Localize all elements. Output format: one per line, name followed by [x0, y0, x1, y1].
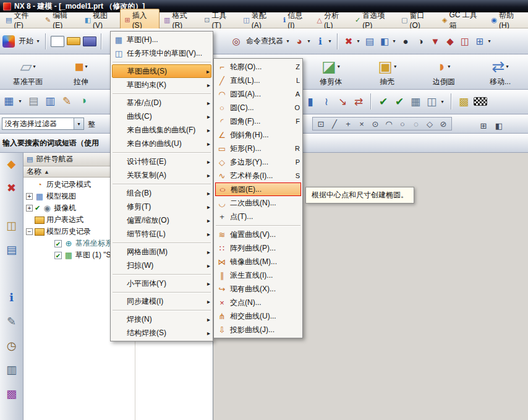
history-palette-icon[interactable]: ◷	[4, 338, 20, 353]
menu-item-offset-scale[interactable]: 偏置/缩放(O) ▸	[112, 213, 211, 227]
expand-toggle-icon[interactable]: +	[26, 193, 33, 200]
pen-icon[interactable]: ✎	[61, 93, 73, 108]
feature-dropdown-caret[interactable]: ▾	[33, 64, 36, 69]
expand-toggle-icon[interactable]	[46, 240, 53, 247]
menu-item-sketch-in-task[interactable]: ◫ 任务环境中的草图(V)...	[112, 46, 211, 60]
combobox-caret-icon[interactable]: ▾	[74, 118, 83, 129]
start-caret[interactable]: ▾	[35, 34, 41, 49]
submenu-item-offset-curve[interactable]: ≋ 偏置曲线(V)...	[215, 228, 301, 241]
layout-caret[interactable]: ▾	[440, 94, 445, 109]
start-label[interactable]: 开始	[17, 34, 35, 49]
submenu-item-arc[interactable]: ◠ 圆弧(A)... A	[215, 87, 301, 101]
material-goblet-icon[interactable]: ▼	[429, 34, 441, 49]
submenu-item-intersection-curve[interactable]: ⋔ 相交曲线(U)...	[215, 309, 301, 323]
submenu-item-profile[interactable]: ⌐ 轮廓(O)... Z	[215, 60, 301, 74]
snap-tangent-icon[interactable]: ⊘	[437, 116, 449, 131]
expand-toggle-icon[interactable]	[26, 181, 33, 188]
submenu-item-rectangle[interactable]: ▭ 矩形(R)... R	[215, 142, 301, 155]
menu-item-sketch[interactable]: ▦ 草图(H)...	[112, 33, 211, 46]
menu-item-sketch-constraint[interactable]: 草图约束(K) ▸	[112, 78, 211, 92]
snap-arc-center-icon[interactable]: ⊙	[369, 116, 381, 131]
snap-existing-point-icon[interactable]: ○	[396, 116, 409, 131]
snap-settings-icon[interactable]: ⊞	[477, 118, 490, 133]
process-studio-icon[interactable]: ▥	[4, 362, 20, 377]
material-cube-icon[interactable]: ◆	[444, 34, 456, 49]
save-button[interactable]	[83, 36, 96, 46]
menu-item-curve-from-bodies[interactable]: 来自体的曲线(U) ▸	[112, 137, 211, 150]
assembly-constraints-icon[interactable]: ◫	[459, 34, 471, 49]
direct-sketch-icon[interactable]: ▦	[2, 93, 15, 108]
render-style-icon[interactable]: ◑	[414, 34, 427, 49]
submenu-item-intersection-point[interactable]: × 交点(N)...	[215, 296, 301, 309]
snap-point-on-curve-icon[interactable]: ◌	[410, 116, 422, 131]
check-all-icon[interactable]: ✔	[393, 94, 406, 109]
layers-icon[interactable]: ▤	[27, 93, 40, 108]
feature-dropdown-caret[interactable]: ▾	[338, 64, 340, 69]
submenu-item-polygon[interactable]: ◇ 多边形(Y)... P	[215, 155, 301, 169]
menu-item-combine[interactable]: 组合(B) ▸	[112, 186, 211, 200]
move-object-button[interactable]: ⇄ ▾ 移动...	[474, 56, 527, 87]
arrows-icon[interactable]: ⇄	[352, 94, 365, 109]
assembly-navigator-icon[interactable]: ◫	[4, 218, 20, 233]
checkered-flag-icon[interactable]	[474, 97, 487, 106]
reset-filter-caret[interactable]: ▾	[356, 34, 361, 49]
modeling-tools-icon[interactable]: ⊞	[474, 34, 486, 49]
feature-dropdown-caret[interactable]: ▾	[394, 64, 396, 69]
glass-icon[interactable]: ◑	[77, 93, 90, 108]
edge-blend-button[interactable]: ◗ ▾ 边倒圆	[417, 56, 471, 87]
menu-item-associative-copy[interactable]: 关联复制(A) ▸	[112, 168, 211, 182]
menu-item-sketch-curve[interactable]: 草图曲线(S) ▸	[112, 64, 211, 78]
feature-dropdown-caret[interactable]: ▾	[506, 64, 508, 69]
feature-dropdown-caret[interactable]: ▾	[448, 64, 450, 69]
submenu-item-derived-line[interactable]: ∥ 派生直线(I)...	[215, 268, 301, 282]
books-icon[interactable]: ▥	[44, 93, 56, 108]
information-icon[interactable]: ℹ	[314, 34, 326, 49]
expand-toggle-icon[interactable]	[26, 216, 33, 223]
submenu-item-fillet[interactable]: ◜ 圆角(F)... F	[215, 114, 301, 128]
part-navigator-icon[interactable]: ▤	[4, 242, 20, 257]
command-finder-label[interactable]: 命令查找器	[245, 34, 284, 49]
open-file-button[interactable]	[67, 37, 80, 45]
new-file-button[interactable]	[51, 36, 64, 47]
notes-icon[interactable]: ✎	[4, 314, 20, 329]
snap-endpoint-icon[interactable]: ╱	[328, 116, 341, 131]
spring-icon[interactable]: ≀	[320, 94, 333, 109]
submenu-item-circle[interactable]: ○ 圆(C)... O	[215, 101, 301, 114]
feature-dropdown-caret[interactable]: ▾	[85, 64, 88, 69]
table-icon[interactable]: ▦	[409, 94, 422, 109]
submenu-item-conic[interactable]: ◡ 二次曲线(N)...	[215, 196, 301, 210]
constraint-navigator-icon[interactable]: ✖	[4, 181, 20, 195]
measure-icon[interactable]: ↘	[336, 94, 349, 109]
submenu-item-project-curve[interactable]: ⇩ 投影曲线(J)...	[215, 323, 301, 336]
command-finder-icon[interactable]: ◎	[230, 34, 242, 49]
boss-icon[interactable]: ▮	[304, 94, 317, 109]
shaded-display-icon[interactable]: ●	[399, 34, 412, 49]
submenu-item-pattern-curve[interactable]: ∷ 阵列曲线(P)...	[215, 241, 301, 255]
checkbox-icon[interactable]: ✔	[35, 204, 40, 212]
menu-item-weld[interactable]: 焊接(N) ▸	[112, 312, 211, 326]
command-finder-caret[interactable]: ▾	[285, 34, 291, 49]
submenu-item-ellipse[interactable]: ○ 椭圆(E)...	[215, 182, 301, 196]
selection-ball-icon[interactable]: ◕	[293, 34, 305, 49]
extrude-button[interactable]: ■ ▾ 拉伸	[54, 56, 108, 87]
submenu-item-existing-curve[interactable]: ↪ 现有曲线(X)...	[215, 282, 301, 296]
examine-geometry-icon[interactable]: ✔	[377, 94, 390, 109]
trim-body-button[interactable]: ◪ ▾ 修剪体	[304, 56, 357, 87]
grid-icon[interactable]: ▩	[458, 94, 470, 109]
view-cube-caret[interactable]: ▾	[391, 34, 397, 49]
snap-quadrant-icon[interactable]: ◠	[383, 116, 395, 131]
datum-plane-button[interactable]: ▱ ▾ 基准平面	[1, 56, 54, 87]
selection-ball-caret[interactable]: ▾	[306, 34, 312, 49]
menu-item-curve[interactable]: 曲线(C) ▸	[112, 109, 211, 123]
menu-item-synchronous-modeling[interactable]: 同步建模(I) ▸	[112, 294, 211, 308]
submenu-item-line[interactable]: ╱ 直线(L)... L	[215, 74, 301, 87]
menu-item-detail-feature[interactable]: 细节特征(L) ▸	[112, 227, 211, 241]
snap-midpoint-icon[interactable]: +	[342, 116, 354, 131]
modeling-tools-caret[interactable]: ▾	[487, 34, 492, 49]
menu-item-datum-point[interactable]: 基准/点(D) ▸	[112, 96, 211, 109]
menu-item-mesh-surface[interactable]: 网格曲面(M) ▸	[112, 245, 211, 259]
layer-settings-icon[interactable]: ▤	[364, 34, 376, 49]
submenu-item-studio-spline[interactable]: ∿ 艺术样条(I)... S	[215, 169, 301, 182]
submenu-item-point[interactable]: + 点(T)...	[215, 210, 301, 223]
checkbox-icon[interactable]: ✔	[54, 240, 62, 247]
